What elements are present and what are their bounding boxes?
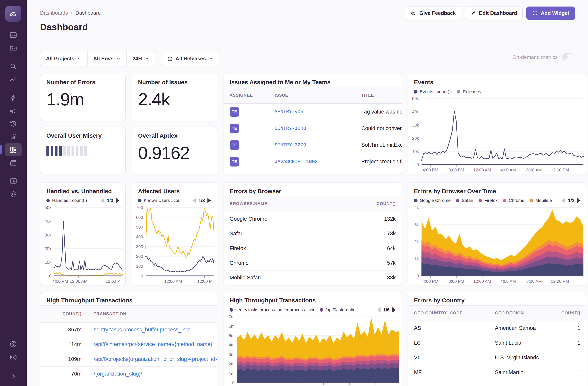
column-header[interactable]: ISSUE [269, 93, 355, 98]
column-header[interactable]: GEO.REGION [489, 311, 540, 316]
number-of-errors-value: 1.9m [40, 87, 126, 112]
table-link[interactable]: JAVASCRIPT-1BG2 [269, 159, 355, 164]
breadcrumb-dashboards[interactable]: Dashboards [40, 10, 68, 16]
pagination-prev-icon[interactable] [101, 198, 104, 203]
svg-text:40k: 40k [412, 110, 419, 114]
column-header[interactable]: BROWSER.NAME [223, 201, 348, 206]
widget-handled-vs-unhandled[interactable]: Handled vs. Unhandled Handled : count( )… [40, 182, 126, 285]
legend-pagination: 1/3 [192, 198, 211, 203]
table-link[interactable]: sentry.tasks.process_buffer.process_incr [87, 327, 217, 333]
assignee-avatar[interactable]: TE [230, 107, 239, 116]
sidebar-item-settings[interactable] [5, 188, 22, 201]
sidebar-item-help[interactable] [5, 338, 22, 351]
performance-pulse-icon [9, 75, 18, 84]
pagination-next-icon[interactable] [392, 307, 396, 313]
widget-errors-by-browser-over-time[interactable]: Errors by Browser Over Time Google Chrom… [408, 182, 587, 285]
svg-text:0: 0 [232, 381, 234, 386]
table-link[interactable]: /{organization_slug}/ [87, 371, 217, 377]
pagination-next-icon[interactable] [577, 198, 581, 203]
column-header[interactable]: TRANSACTION [87, 312, 217, 317]
sidebar-item-replays[interactable] [5, 117, 22, 130]
edit-dashboard-button[interactable]: Edit Dashboard [465, 6, 523, 20]
pagination-prev-icon[interactable] [377, 307, 380, 313]
sentry-logo[interactable] [5, 6, 21, 22]
widget-number-of-errors[interactable]: Number of Errors 1.9m [40, 74, 126, 121]
sidebar-item-releases[interactable] [5, 156, 22, 169]
widget-title: Overall User Misery [40, 127, 126, 141]
give-feedback-button[interactable]: Give Feedback [405, 6, 461, 20]
table-link[interactable]: /api/0/projects/{organization_id_or_slug… [87, 356, 217, 362]
column-header[interactable]: COUNT() [348, 201, 402, 206]
column-header[interactable]: COUNT() [40, 312, 88, 317]
legend-dot-icon [320, 308, 323, 312]
table-row: 114m/api/0/internal/rpc/{service_name}/{… [40, 337, 217, 352]
widget-number-of-issues[interactable]: Number of Issues 2.4k [132, 74, 217, 121]
legend-item[interactable]: Events : count( ) [414, 89, 452, 94]
widget-high-throughput-table[interactable]: High Throughput Transactions COUNT()TRAN… [40, 292, 217, 386]
release-filter[interactable]: All Releases [161, 51, 219, 66]
ondemand-metrics-toggle[interactable] [562, 53, 575, 61]
legend-label: Safari [462, 198, 473, 203]
pagination-prev-icon[interactable] [562, 198, 565, 203]
sidebar-item-starfish[interactable] [5, 91, 22, 104]
add-widget-button[interactable]: Add Widget [526, 6, 575, 20]
svg-text:3k: 3k [415, 222, 419, 227]
svg-text:4m: 4m [229, 343, 235, 348]
assignee-avatar[interactable]: TE [230, 140, 239, 150]
svg-text:400: 400 [136, 234, 143, 239]
project-filter[interactable]: All Projects [40, 51, 87, 66]
widget-issues-assigned[interactable]: Issues Assigned to Me or My Teams ASSIGN… [223, 74, 402, 174]
sidebar-item-projects[interactable] [5, 42, 22, 55]
sidebar [0, 0, 27, 386]
sidebar-item-stats[interactable] [5, 175, 22, 188]
pagination-next-icon[interactable] [208, 198, 211, 203]
legend-dot-icon [457, 90, 460, 93]
legend-item[interactable]: /api/0/internal/r [320, 307, 355, 313]
breadcrumb-current: Dashboard [75, 10, 101, 16]
legend-item[interactable]: Google Chrome [414, 198, 451, 203]
widget-user-misery[interactable]: Overall User Misery [40, 127, 126, 174]
svg-text:12:00 P: 12:00 P [197, 279, 212, 284]
widget-errors-by-browser[interactable]: Errors by Browser BROWSER.NAMECOUNT()Goo… [223, 182, 402, 285]
svg-text:50k: 50k [45, 205, 52, 210]
pagination-next-icon[interactable] [116, 198, 119, 203]
date-range-filter[interactable]: 24H [126, 51, 155, 66]
table-link[interactable]: SENTRY-16H8 [269, 126, 355, 131]
column-header[interactable]: GEO.COUNTRY_CODE [408, 311, 489, 316]
legend-item[interactable]: Mobile S [530, 198, 552, 203]
table-link[interactable]: /api/0/internal/rpc/{service_name}/{meth… [87, 341, 217, 347]
table-link[interactable]: SENTRY-VD5 [269, 109, 355, 114]
sidebar-item-performance[interactable] [5, 73, 22, 86]
widget-errors-by-country[interactable]: Errors by Country GEO.COUNTRY_CODEGEO.RE… [408, 292, 587, 386]
legend-label: Google Chrome [420, 198, 451, 203]
legend-item[interactable]: sentry.tasks.process_buffer.process_incr [230, 307, 314, 313]
sentry-dashboard-app: Dashboards › Dashboard Dashboard Give Fe… [0, 0, 588, 386]
legend-item[interactable]: Releases [457, 89, 481, 94]
widget-events-chart[interactable]: Events Events : count( )Releases 010k20k… [408, 74, 587, 174]
legend-item[interactable]: Known Users : cour [138, 198, 182, 203]
legend-item[interactable]: Firefox [479, 198, 498, 203]
assignee-avatar[interactable]: TE [230, 124, 239, 133]
widget-affected-users[interactable]: Affected Users Known Users : cour1/3 010… [132, 182, 217, 285]
affected-users-line-chart: 010020030040050060070012:00 AM12:00 P [132, 204, 217, 285]
column-header[interactable]: TITLE [355, 93, 402, 98]
legend-item[interactable]: Chrome [503, 198, 524, 203]
pagination-prev-icon[interactable] [192, 198, 196, 203]
widget-apdex[interactable]: Overall Apdex 0.9162 [132, 127, 217, 174]
events-line-chart: 010k20k30k40k50k4:00 PM8:00 PM12:00 AM4:… [408, 95, 587, 174]
sidebar-item-search[interactable] [5, 60, 22, 73]
table-link[interactable]: SENTRY-32ZQ [269, 142, 355, 148]
assignee-avatar[interactable]: TE [230, 157, 239, 166]
sidebar-item-alerts[interactable] [5, 130, 22, 143]
sidebar-item-dashboards[interactable] [5, 143, 22, 156]
widget-high-throughput-chart[interactable]: High Throughput Transactions sentry.task… [223, 292, 402, 386]
sidebar-collapse-button[interactable] [5, 370, 22, 383]
legend-item[interactable]: Handled : count( ) [46, 198, 87, 203]
sidebar-item-whats-new[interactable] [5, 351, 22, 364]
sidebar-item-user-feedback[interactable] [5, 104, 22, 117]
legend-item[interactable]: Safari [456, 198, 473, 203]
environment-filter[interactable]: All Envs [87, 51, 127, 66]
sidebar-item-issues[interactable] [5, 29, 22, 42]
column-header[interactable]: ASSIGNEE [223, 93, 269, 98]
column-header[interactable]: COUNT() [540, 311, 587, 316]
